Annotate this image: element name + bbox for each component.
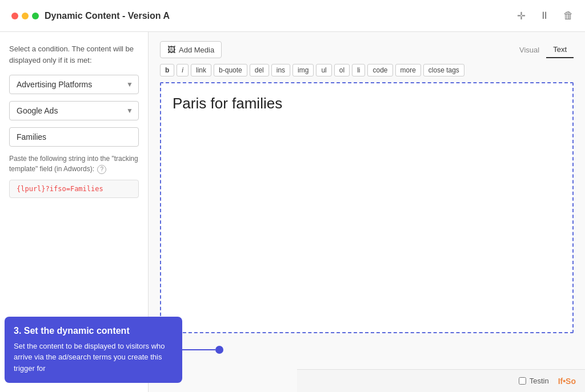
format-button-b[interactable]: b bbox=[160, 64, 174, 76]
pause-icon[interactable]: ⏸ bbox=[539, 10, 550, 22]
add-media-button[interactable]: 🖼 Add Media bbox=[160, 41, 222, 58]
editor-toolbar: 🖼 Add Media Visual Text bbox=[160, 41, 574, 58]
view-buttons: Visual Text bbox=[512, 42, 574, 58]
format-button-img[interactable]: img bbox=[292, 64, 314, 76]
ads-select-wrapper: Google Ads Facebook Ads Bing Ads ▼ bbox=[9, 101, 139, 120]
format-button-ul[interactable]: ul bbox=[316, 64, 331, 76]
connector-line bbox=[181, 349, 215, 350]
dot-red[interactable] bbox=[11, 13, 18, 19]
format-button-li[interactable]: li bbox=[352, 64, 365, 76]
right-panel: 🖼 Add Media Visual Text bilinkb-quotedel… bbox=[149, 32, 585, 392]
title-left: Dynamic Content - Version A bbox=[11, 11, 170, 21]
format-button-del[interactable]: del bbox=[250, 64, 269, 76]
left-panel: Select a condition. The content will be … bbox=[0, 32, 149, 392]
add-media-label: Add Media bbox=[179, 46, 214, 54]
tracking-label: Paste the following string into the "tra… bbox=[9, 153, 139, 174]
testing-checkbox[interactable] bbox=[519, 377, 526, 385]
step-connector bbox=[181, 346, 223, 354]
toolbar-left: 🖼 Add Media bbox=[160, 41, 222, 58]
testing-check: Testin bbox=[519, 377, 549, 385]
help-icon[interactable]: ? bbox=[97, 165, 106, 174]
text-view-button[interactable]: Text bbox=[546, 42, 574, 58]
platform-select-wrapper: Advertising Platforms URL Parameter Geol… bbox=[9, 75, 139, 94]
media-icon: 🖼 bbox=[167, 45, 175, 54]
keyword-input[interactable] bbox=[9, 127, 139, 147]
testing-label: Testin bbox=[530, 377, 549, 385]
tracking-code: {lpurl}?ifso=Families bbox=[9, 180, 139, 198]
traffic-lights bbox=[11, 13, 39, 19]
format-button-code[interactable]: code bbox=[367, 64, 392, 76]
logo-text: If•So bbox=[558, 377, 576, 386]
ifso-logo: If•So bbox=[558, 377, 576, 386]
format-button-close-tags[interactable]: close tags bbox=[423, 64, 464, 76]
format-bar: bilinkb-quotedelinsimgulollicodemoreclos… bbox=[160, 64, 574, 76]
visual-view-button[interactable]: Visual bbox=[512, 42, 546, 58]
platform-select[interactable]: Advertising Platforms URL Parameter Geol… bbox=[9, 75, 139, 94]
step-description: Set the content to be displayed to visit… bbox=[14, 341, 173, 374]
step-tooltip: 3. Set the dynamic content Set the conte… bbox=[5, 317, 182, 383]
ads-select[interactable]: Google Ads Facebook Ads Bing Ads bbox=[9, 101, 139, 120]
format-button-more[interactable]: more bbox=[395, 64, 421, 76]
condition-label: Select a condition. The content will be … bbox=[9, 43, 139, 66]
connector-dot bbox=[215, 346, 223, 354]
page-title: Dynamic Content - Version A bbox=[45, 11, 170, 21]
bottom-bar: Testin If•So bbox=[297, 369, 585, 392]
main-content: Select a condition. The content will be … bbox=[0, 32, 585, 392]
format-button-ins[interactable]: ins bbox=[271, 64, 290, 76]
format-button-link[interactable]: link bbox=[191, 64, 211, 76]
editor-area[interactable]: Paris for families bbox=[160, 82, 574, 333]
editor-content: Paris for families bbox=[173, 95, 561, 112]
format-button-i[interactable]: i bbox=[177, 64, 189, 76]
format-button-b-quote[interactable]: b-quote bbox=[214, 64, 247, 76]
title-bar: Dynamic Content - Version A ✛ ⏸ 🗑 bbox=[0, 0, 585, 32]
dot-yellow[interactable] bbox=[22, 13, 29, 19]
trash-icon[interactable]: 🗑 bbox=[563, 10, 574, 22]
step-title: 3. Set the dynamic content bbox=[14, 326, 173, 336]
format-button-ol[interactable]: ol bbox=[334, 64, 350, 76]
move-icon[interactable]: ✛ bbox=[517, 10, 526, 22]
dot-green[interactable] bbox=[32, 13, 39, 19]
title-actions: ✛ ⏸ 🗑 bbox=[517, 10, 574, 22]
